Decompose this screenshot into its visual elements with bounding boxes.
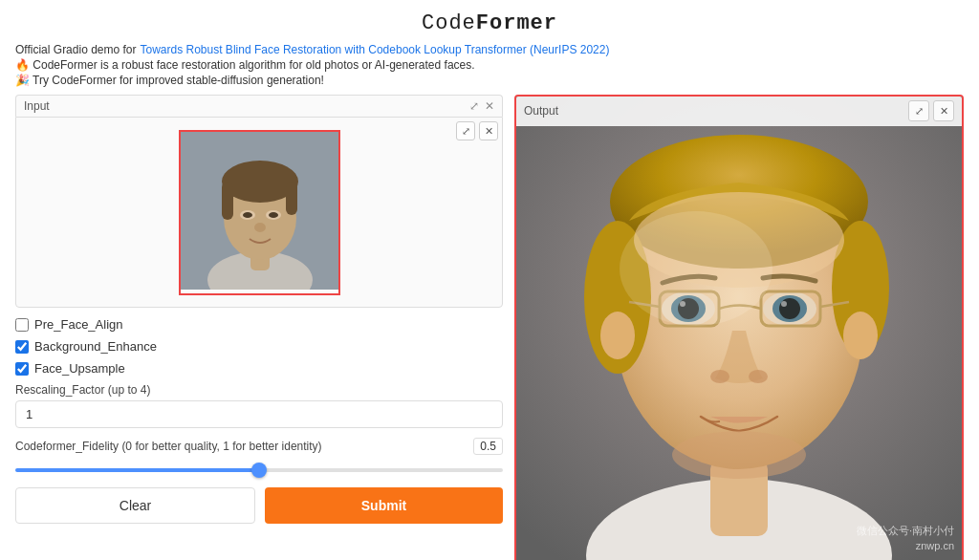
svg-point-34	[710, 370, 729, 383]
description-block: Official Gradio demo for Towards Robust …	[15, 43, 964, 87]
pre-face-align-row: Pre_Face_Align	[15, 317, 503, 332]
desc-prefix: Official Gradio demo for	[15, 43, 137, 56]
watermark: 微信公众号·南村小付 znwp.cn	[857, 524, 954, 553]
delete-icon[interactable]: ✕	[479, 121, 498, 140]
watermark-line1: 微信公众号·南村小付	[857, 524, 954, 538]
input-image-area[interactable]: ⤢ ✕	[15, 117, 503, 308]
controls-section: Pre_Face_Align Background_Enhance Face_U…	[15, 317, 503, 524]
fidelity-value: 0.5	[473, 438, 503, 455]
left-panel: Input ⤢ ✕	[15, 95, 503, 560]
right-panel: Output ⤢ ✕	[514, 95, 964, 560]
clear-button[interactable]: Clear	[15, 487, 255, 524]
app-title: CodeFormer	[15, 10, 964, 35]
svg-point-36	[600, 312, 635, 359]
svg-point-38	[672, 431, 806, 479]
svg-point-39	[620, 211, 772, 326]
svg-point-35	[749, 370, 768, 383]
svg-point-28	[779, 298, 800, 319]
image-controls: ⤢ ✕	[456, 121, 498, 140]
svg-point-29	[781, 301, 787, 307]
output-close-icon[interactable]: ✕	[933, 100, 954, 121]
buttons-row: Clear Submit	[15, 487, 503, 524]
output-header-icons: ⤢ ✕	[908, 100, 954, 121]
fidelity-label: Codeformer_Fidelity (0 for better qualit…	[15, 440, 322, 453]
input-header-icons: ⤢ ✕	[469, 99, 494, 113]
close-icon[interactable]: ✕	[485, 99, 494, 113]
face-upsample-checkbox[interactable]	[15, 362, 29, 376]
zoom-icon[interactable]: ⤢	[456, 121, 475, 140]
input-face-image	[181, 132, 338, 290]
desc-line-2: 🔥 CodeFormer is a robust face restoratio…	[15, 58, 964, 72]
background-enhance-row: Background_Enhance	[15, 339, 503, 354]
fidelity-slider[interactable]	[15, 468, 503, 472]
rescaling-field: Rescaling_Factor (up to 4)	[15, 383, 503, 438]
expand-icon[interactable]: ⤢	[469, 99, 479, 113]
output-expand-icon[interactable]: ⤢	[908, 100, 929, 121]
output-label: Output	[524, 104, 558, 118]
fidelity-row: Codeformer_Fidelity (0 for better qualit…	[15, 438, 503, 476]
watermark-line2: znwp.cn	[857, 539, 954, 553]
pre-face-align-checkbox[interactable]	[15, 318, 29, 332]
paper-link[interactable]: Towards Robust Blind Face Restoration wi…	[141, 43, 610, 56]
face-upsample-label: Face_Upsample	[34, 361, 125, 376]
title-former: Former	[476, 11, 557, 35]
desc-line-3: 🎉 Try CodeFormer for improved stable-dif…	[15, 74, 964, 87]
background-enhance-checkbox[interactable]	[15, 340, 29, 354]
input-image-wrapper	[179, 130, 340, 295]
title-code: Code	[422, 11, 476, 35]
desc-line-1: Official Gradio demo for Towards Robust …	[15, 43, 964, 56]
rescaling-input[interactable]	[15, 400, 503, 428]
submit-button[interactable]: Submit	[265, 487, 503, 524]
input-panel-header: Input ⤢ ✕	[15, 95, 503, 117]
svg-point-37	[843, 312, 878, 359]
background-enhance-label: Background_Enhance	[34, 339, 157, 354]
face-upsample-row: Face_Upsample	[15, 361, 503, 376]
svg-rect-12	[181, 132, 338, 290]
output-image-area: 微信公众号·南村小付 znwp.cn	[516, 97, 962, 560]
output-face-image	[516, 97, 962, 560]
rescaling-label: Rescaling_Factor (up to 4)	[15, 383, 503, 397]
pre-face-align-label: Pre_Face_Align	[34, 317, 123, 332]
fidelity-header: Codeformer_Fidelity (0 for better qualit…	[15, 438, 503, 455]
output-panel-header: Output ⤢ ✕	[516, 97, 962, 126]
input-label: Input	[24, 99, 50, 113]
